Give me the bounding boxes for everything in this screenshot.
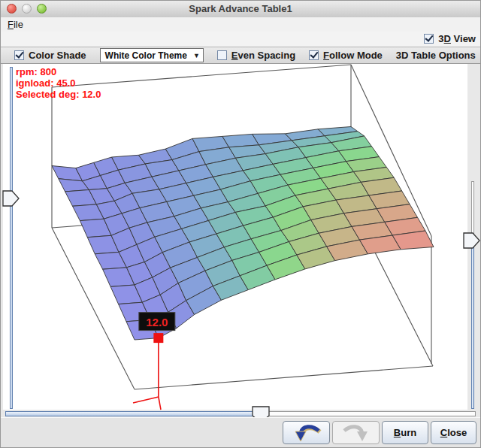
color-shade-checkbox[interactable]: Color Shade <box>14 50 86 61</box>
titlebar[interactable]: Spark Advance Table1 <box>1 1 480 18</box>
zoom-window-icon[interactable] <box>37 4 47 14</box>
color-theme-value: White Color Theme <box>105 50 187 61</box>
check-icon <box>310 50 318 59</box>
file-menu[interactable]: File <box>1 17 31 30</box>
undo-arrow-icon <box>290 422 323 443</box>
follow-mode-label: Follow Mode <box>323 50 383 61</box>
color-shade-label: Color Shade <box>29 50 86 61</box>
dropdown-arrow-icon: ▼ <box>193 52 200 59</box>
selected-deg-readout: Selected deg: 12.0 <box>16 89 101 100</box>
even-spacing-checkbox[interactable]: Even Spacing <box>217 50 295 61</box>
toolbar: Color Shade White Color Theme ▼ Even Spa… <box>1 47 480 64</box>
right-slider-track-upper[interactable] <box>471 181 474 235</box>
spark-advance-window: Spark Advance Table1 File 3D View Color … <box>0 0 481 448</box>
bottom-slider-track-left[interactable] <box>5 411 256 416</box>
menubar: File <box>1 17 480 32</box>
check-icon <box>15 50 23 59</box>
selected-value-label: 12.0 <box>146 316 168 328</box>
burn-button[interactable]: Burn <box>382 421 428 444</box>
right-slider-track-lower[interactable] <box>471 247 474 409</box>
follow-mode-checkbox[interactable]: Follow Mode <box>309 50 383 61</box>
close-button[interactable]: Close <box>431 421 476 444</box>
checkbox-box <box>424 34 434 44</box>
close-window-icon[interactable] <box>7 4 17 14</box>
redo-arrow-icon <box>340 422 373 443</box>
checkbox-box <box>14 50 24 60</box>
minimize-window-icon[interactable] <box>22 4 32 14</box>
view-row: 3D View <box>1 32 480 47</box>
checkbox-box <box>309 50 319 60</box>
traffic-lights <box>7 4 47 14</box>
checkbox-box <box>217 50 227 60</box>
right-slider-thumb[interactable] <box>463 232 481 249</box>
even-spacing-label: Even Spacing <box>231 50 295 61</box>
redo-button[interactable] <box>332 421 380 444</box>
3d-view-label: 3D View <box>438 33 476 44</box>
check-icon <box>425 33 433 42</box>
ignload-readout: ignload: 45.0 <box>16 77 101 89</box>
rpm-readout: rpm: 800 <box>16 66 101 77</box>
left-slider-thumb[interactable] <box>2 190 20 207</box>
bottom-slider-track-right[interactable] <box>268 411 476 416</box>
window-title: Spark Advance Table1 <box>1 1 480 17</box>
selected-cell-drop-line <box>133 397 159 403</box>
3d-table-options-menu[interactable]: 3D Table Options <box>396 50 476 61</box>
color-theme-select[interactable]: White Color Theme ▼ <box>100 48 204 62</box>
3d-view-checkbox[interactable]: 3D View <box>424 33 476 44</box>
cursor-info-overlay: rpm: 800 ignload: 45.0 Selected deg: 12.… <box>16 66 101 100</box>
button-bar: Burn Close <box>1 417 480 448</box>
selected-cell-marker[interactable] <box>153 333 163 343</box>
plot-box-edge <box>135 366 433 389</box>
selected-cell-drop-line <box>159 397 161 410</box>
3d-surface-plot[interactable]: 12.0 <box>1 64 481 411</box>
undo-button[interactable] <box>283 421 330 444</box>
left-slider-track[interactable] <box>10 67 13 409</box>
